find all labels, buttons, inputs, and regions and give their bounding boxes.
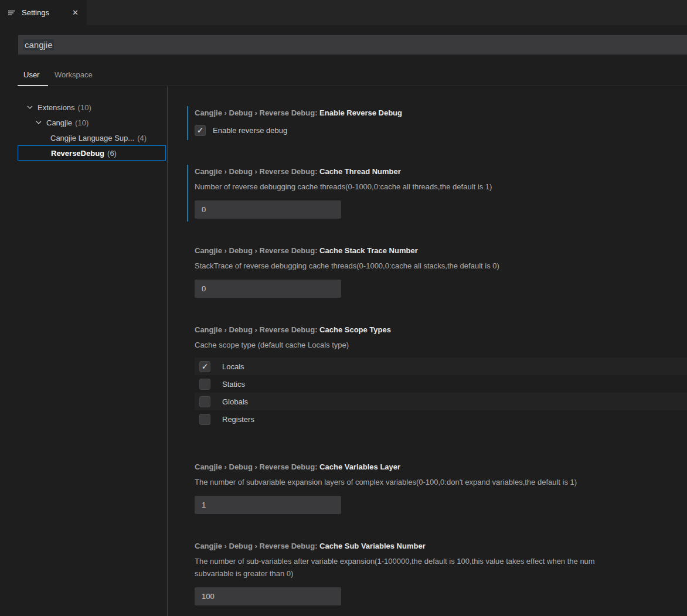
- setting-name: Cache Variables Layer: [319, 462, 400, 471]
- setting-breadcrumb: Cangjie › Debug › Reverse Debug:: [195, 325, 319, 334]
- checkbox-row: ✓ Enable reverse debug: [195, 122, 687, 138]
- registers-checkbox[interactable]: [199, 414, 210, 425]
- tree-item-label: ReverseDebug: [51, 149, 104, 158]
- setting-name: Enable Reverse Debug: [319, 108, 402, 117]
- tree-item-count: (10): [75, 118, 89, 127]
- tree-item-extensions[interactable]: Extensions (10): [0, 100, 167, 115]
- setting-cache-stack-trace-number: Cangjie › Debug › Reverse Debug: Cache S…: [195, 246, 687, 298]
- checkbox-label: Enable reverse debug: [213, 126, 287, 135]
- setting-name: Cache Stack Trace Number: [319, 246, 418, 255]
- setting-title: Cangjie › Debug › Reverse Debug: Cache T…: [195, 167, 687, 176]
- setting-title: Cangjie › Debug › Reverse Debug: Enable …: [195, 108, 687, 118]
- tab-close-icon[interactable]: ✕: [71, 8, 80, 18]
- settings-editor-icon: [7, 8, 16, 18]
- description-line-2: subvariable is greater than 0): [195, 567, 687, 580]
- tree-item-label: Cangjie: [46, 118, 72, 127]
- setting-breadcrumb: Cangjie › Debug › Reverse Debug:: [195, 462, 319, 471]
- settings-tree: Extensions (10) Cangjie (10) Cangjie Lan…: [0, 100, 167, 616]
- settings-tab[interactable]: Settings ✕: [0, 0, 87, 25]
- description-line-1: The number of sub-variables after variab…: [195, 555, 687, 567]
- setting-name: Cache Thread Number: [319, 167, 401, 176]
- enable-reverse-debug-checkbox[interactable]: ✓: [195, 125, 206, 136]
- setting-cache-variables-layer: Cangjie › Debug › Reverse Debug: Cache V…: [195, 462, 687, 514]
- setting-description: The number of sub-variables after variab…: [195, 555, 687, 580]
- cache-sub-variables-number-input[interactable]: [195, 587, 341, 605]
- checkbox-label: Registers: [222, 415, 254, 424]
- setting-breadcrumb: Cangjie › Debug › Reverse Debug:: [195, 108, 319, 117]
- list-item-globals[interactable]: Globals: [195, 393, 687, 410]
- list-item-registers[interactable]: Registers: [195, 410, 687, 428]
- tree-item-count: (10): [78, 103, 91, 112]
- scope-types-list: ✓ Locals Statics Globals Registers: [195, 358, 687, 428]
- tab-workspace[interactable]: Workspace: [55, 66, 93, 86]
- setting-cache-scope-types: Cangjie › Debug › Reverse Debug: Cache S…: [195, 325, 687, 428]
- setting-name: Cache Scope Types: [319, 325, 391, 334]
- setting-breadcrumb: Cangjie › Debug › Reverse Debug:: [195, 542, 319, 550]
- setting-description: StackTrace of reverse debugging cache th…: [195, 260, 687, 272]
- tree-item-label: Cangjie Language Sup...: [50, 134, 134, 142]
- tab-user[interactable]: User: [23, 66, 39, 86]
- setting-title: Cangjie › Debug › Reverse Debug: Cache V…: [195, 462, 687, 472]
- setting-cache-thread-number: Cangjie › Debug › Reverse Debug: Cache T…: [195, 167, 687, 219]
- setting-title: Cangjie › Debug › Reverse Debug: Cache S…: [195, 542, 687, 551]
- setting-name: Cache Sub Variables Number: [319, 542, 426, 550]
- checkbox-label: Statics: [222, 380, 245, 389]
- list-item-statics[interactable]: Statics: [195, 375, 687, 393]
- checkbox-label: Locals: [222, 362, 244, 371]
- cache-variables-layer-input[interactable]: [195, 496, 341, 514]
- setting-title: Cangjie › Debug › Reverse Debug: Cache S…: [195, 246, 687, 256]
- list-item-locals[interactable]: ✓ Locals: [195, 358, 687, 375]
- tabs-divider: [48, 86, 687, 86]
- tree-item-count: (4): [137, 134, 147, 142]
- setting-breadcrumb: Cangjie › Debug › Reverse Debug:: [195, 246, 319, 255]
- tree-item-cangjie[interactable]: Cangjie (10): [0, 115, 167, 130]
- setting-breadcrumb: Cangjie › Debug › Reverse Debug:: [195, 167, 319, 176]
- chevron-down-icon[interactable]: [34, 118, 43, 127]
- tree-item-reversedebug[interactable]: ReverseDebug (6): [18, 145, 166, 161]
- setting-cache-sub-variables-number: Cangjie › Debug › Reverse Debug: Cache S…: [195, 542, 687, 605]
- tree-item-cangjie-language-support[interactable]: Cangjie Language Sup... (4): [0, 130, 167, 145]
- checkbox-label: Globals: [222, 397, 248, 406]
- cache-stack-trace-number-input[interactable]: [195, 280, 341, 298]
- modified-indicator: [187, 165, 188, 222]
- globals-checkbox[interactable]: [199, 396, 210, 407]
- chevron-down-icon[interactable]: [25, 103, 35, 112]
- search-query-text: cangjie: [23, 39, 54, 50]
- scope-tabs: User Workspace: [0, 66, 687, 86]
- tab-title: Settings: [22, 8, 49, 17]
- editor-tabbar: Settings ✕: [0, 0, 687, 25]
- cache-thread-number-input[interactable]: [195, 200, 341, 219]
- settings-search-input[interactable]: cangjie: [18, 35, 687, 55]
- setting-enable-reverse-debug: Cangjie › Debug › Reverse Debug: Enable …: [195, 108, 687, 138]
- modified-indicator: [187, 106, 188, 140]
- locals-checkbox[interactable]: ✓: [199, 361, 210, 372]
- tree-item-label: Extensions: [38, 103, 75, 112]
- setting-description: Cache scope type (default cache Locals t…: [195, 339, 687, 351]
- setting-title: Cangjie › Debug › Reverse Debug: Cache S…: [195, 325, 687, 335]
- setting-description: Number of reverse debugging cache thread…: [195, 181, 687, 193]
- tree-item-count: (6): [107, 149, 117, 158]
- setting-description: The number of subvariable expansion laye…: [195, 476, 687, 488]
- active-tab-underline: [18, 85, 48, 86]
- statics-checkbox[interactable]: [199, 379, 210, 390]
- settings-list: Cangjie › Debug › Reverse Debug: Enable …: [168, 94, 687, 616]
